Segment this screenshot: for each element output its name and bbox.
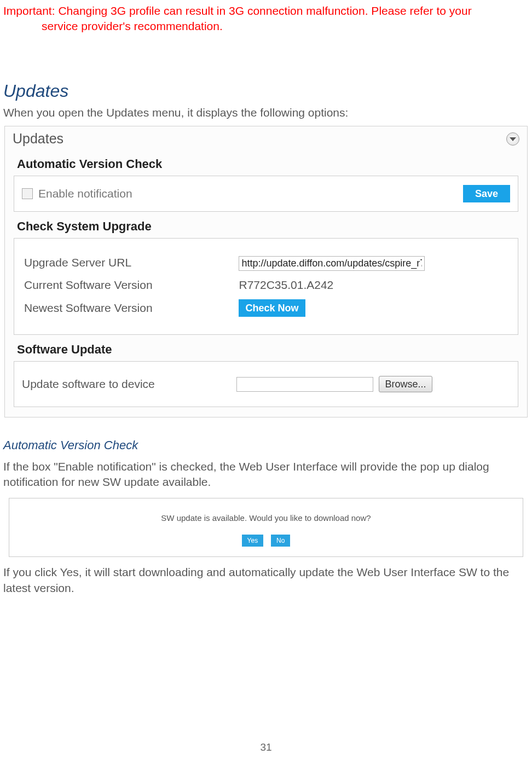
sw-update-dialog: SW update is available. Would you like t… (9, 498, 523, 558)
upgrade-url-label: Upgrade Server URL (22, 252, 236, 274)
section-title-auto-check: Automatic Version Check (5, 149, 527, 176)
warning-line2: service provider's recommendation. (3, 19, 529, 34)
section-title-system-upgrade: Check System Upgrade (5, 212, 527, 238)
section-title-software-update: Software Update (5, 335, 527, 361)
section-box-system-upgrade: Upgrade Server URL Current Software Vers… (14, 238, 518, 335)
current-version-label: Current Software Version (22, 274, 236, 296)
section-box-auto-check: Enable notification Save (14, 176, 518, 212)
update-file-input[interactable] (236, 377, 373, 392)
current-version-value: R772C35.01.A242 (236, 274, 510, 296)
save-button[interactable]: Save (463, 185, 510, 202)
check-now-button[interactable]: Check Now (239, 299, 305, 317)
updates-panel: Updates Automatic Version Check Enable n… (4, 126, 528, 417)
enable-notification-label: Enable notification (38, 186, 463, 201)
warning-text: Important: Changing 3G profile can resul… (3, 0, 529, 34)
collapse-icon[interactable] (506, 132, 519, 146)
page-number: 31 (0, 740, 532, 755)
para-auto-check: If the box "Enable notification" is chec… (3, 459, 529, 490)
panel-header: Updates (5, 126, 527, 149)
section-heading-updates: Updates (3, 79, 529, 103)
section-box-software-update: Update software to device Browse... (14, 361, 518, 407)
dialog-text: SW update is available. Would you like t… (15, 513, 517, 524)
subheading-auto-check: Automatic Version Check (3, 437, 529, 454)
upgrade-url-input[interactable] (239, 256, 425, 271)
warning-line1: Important: Changing 3G profile can resul… (3, 4, 472, 17)
dialog-no-button[interactable]: No (271, 535, 290, 547)
update-software-label: Update software to device (22, 376, 236, 392)
updates-intro: When you open the Updates menu, it displ… (3, 105, 529, 120)
para-after-dialog: If you click Yes, it will start download… (3, 565, 529, 596)
panel-title: Updates (13, 130, 63, 148)
browse-button[interactable]: Browse... (379, 376, 432, 392)
newest-version-label: Newest Software Version (22, 296, 236, 320)
dialog-yes-button[interactable]: Yes (242, 535, 264, 547)
enable-notification-checkbox[interactable] (22, 188, 33, 199)
